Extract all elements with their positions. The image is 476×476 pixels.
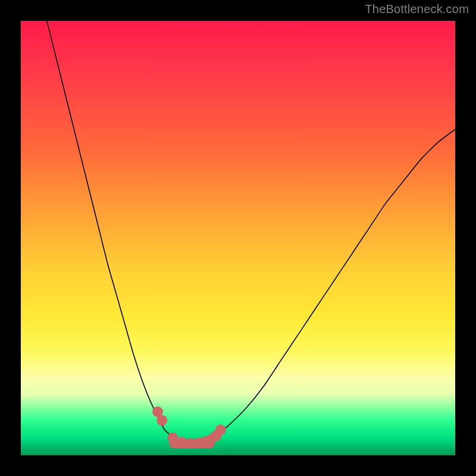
chart-stage: TheBottleneck.com	[0, 0, 476, 476]
curve-overlay	[21, 21, 455, 455]
watermark-text: TheBottleneck.com	[365, 2, 469, 16]
valley-marker	[156, 415, 167, 426]
bottleneck-curve	[47, 21, 455, 443]
plot-area	[21, 21, 455, 455]
valley-marker	[215, 425, 226, 436]
